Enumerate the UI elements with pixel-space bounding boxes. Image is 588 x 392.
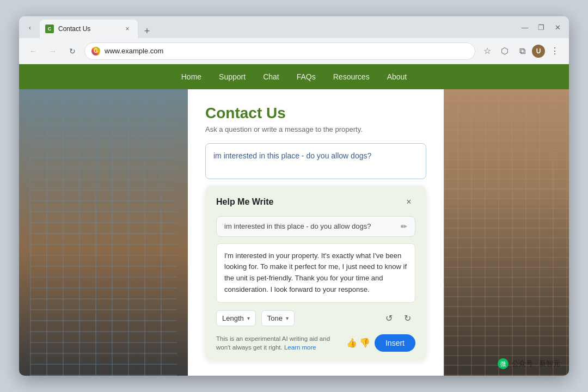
tab-favicon: C [45, 24, 54, 33]
controls-row: Length ▾ Tone ▾ ↺ ↻ [216, 310, 415, 327]
page-title: Contact Us [205, 105, 426, 122]
thumbs-down-button[interactable]: 👎 [359, 338, 370, 348]
learn-more-link[interactable]: Learn more [284, 344, 316, 351]
bg-right-building [444, 64, 569, 376]
hmw-title: Help Me Write [216, 197, 274, 207]
tab-title: Contact Us [58, 25, 118, 33]
length-chevron-icon: ▾ [247, 315, 250, 321]
bg-left-building [19, 64, 188, 376]
redo-button[interactable]: ↻ [399, 310, 415, 327]
window-controls: — ❐ ✕ [518, 20, 565, 34]
page-subtitle: Ask a question or write a message to the… [205, 125, 426, 133]
close-button[interactable]: ✕ [550, 20, 565, 34]
tone-chevron-icon: ▾ [286, 315, 289, 321]
prompt-chip: im interested in this place - do you all… [216, 216, 415, 237]
help-me-write-panel: Help Me Write × im interested in this pl… [205, 186, 426, 360]
refresh-button[interactable]: ↻ [65, 44, 80, 59]
back-button[interactable]: ← [26, 44, 41, 59]
feedback-icons: 👍 👎 [346, 338, 370, 348]
nav-support[interactable]: Support [219, 70, 246, 83]
address-bar-row: ← → ↻ G www.example.com ☆ ⬡ ⧉ U ⋮ [19, 38, 569, 64]
nav-about[interactable]: About [387, 70, 407, 83]
generated-text-content: I'm interested in your property. It's ex… [224, 252, 407, 293]
new-tab-button[interactable]: + [140, 24, 154, 38]
undo-redo-controls: ↺ ↻ [381, 310, 415, 327]
tab-close-button[interactable]: × [122, 24, 132, 34]
disclaimer-text: This is an experimental AI writing aid a… [216, 334, 342, 352]
site-nav-bar: Home Support Chat FAQs Resources About [19, 64, 569, 89]
hmw-header: Help Me Write × [216, 195, 415, 209]
prompt-text: im interested in this place - do you all… [224, 222, 371, 230]
insert-button[interactable]: Insert [375, 334, 415, 352]
tab-nav-chevron[interactable]: ‹ [23, 21, 36, 34]
length-label: Length [222, 314, 244, 322]
extension-button[interactable]: ⬡ [497, 44, 512, 59]
watermark: 微 公众号 · 新智元 [498, 358, 560, 369]
toolbar-icons: ☆ ⬡ ⧉ U ⋮ [480, 44, 562, 59]
minimize-button[interactable]: — [518, 20, 532, 34]
hmw-footer-row: This is an experimental AI writing aid a… [216, 334, 415, 352]
nav-faqs[interactable]: FAQs [297, 70, 316, 83]
undo-button[interactable]: ↺ [381, 310, 397, 327]
main-content-area: Contact Us Ask a question or write a mes… [188, 89, 444, 376]
nav-home[interactable]: Home [181, 70, 201, 83]
menu-button[interactable]: ⋮ [547, 44, 562, 59]
nav-resources[interactable]: Resources [333, 70, 370, 83]
address-bar[interactable]: G www.example.com [84, 42, 475, 60]
active-tab[interactable]: C Contact Us × [40, 20, 138, 38]
page-content: Home Support Chat FAQs Resources About C… [19, 64, 569, 376]
maximize-button[interactable]: ❐ [534, 20, 548, 34]
hmw-close-button[interactable]: × [402, 195, 415, 209]
title-bar: ‹ C Contact Us × + — ❐ ✕ [19, 16, 569, 38]
forward-button[interactable]: → [45, 44, 60, 59]
split-screen-button[interactable]: ⧉ [514, 44, 530, 59]
tone-dropdown[interactable]: Tone ▾ [261, 310, 295, 326]
edit-prompt-icon[interactable]: ✏ [401, 222, 407, 231]
generated-text-box: I'm interested in your property. It's ex… [216, 243, 415, 303]
wechat-icon: 微 [498, 358, 509, 369]
nav-chat[interactable]: Chat [263, 70, 279, 83]
url-text: www.example.com [105, 47, 468, 55]
tone-label: Tone [267, 314, 283, 322]
browser-window: ‹ C Contact Us × + — ❐ ✕ ← → ↻ G www.exa… [19, 16, 569, 376]
bookmark-button[interactable]: ☆ [480, 44, 495, 59]
google-g-icon: G [91, 47, 100, 56]
length-dropdown[interactable]: Length ▾ [216, 310, 256, 326]
message-textarea[interactable]: im interested in this place - do you all… [205, 143, 426, 179]
tabs-area: C Contact Us × + [40, 16, 514, 38]
user-avatar[interactable]: U [532, 45, 545, 58]
thumbs-up-button[interactable]: 👍 [346, 338, 357, 348]
watermark-text: 公众号 · 新智元 [512, 359, 560, 369]
